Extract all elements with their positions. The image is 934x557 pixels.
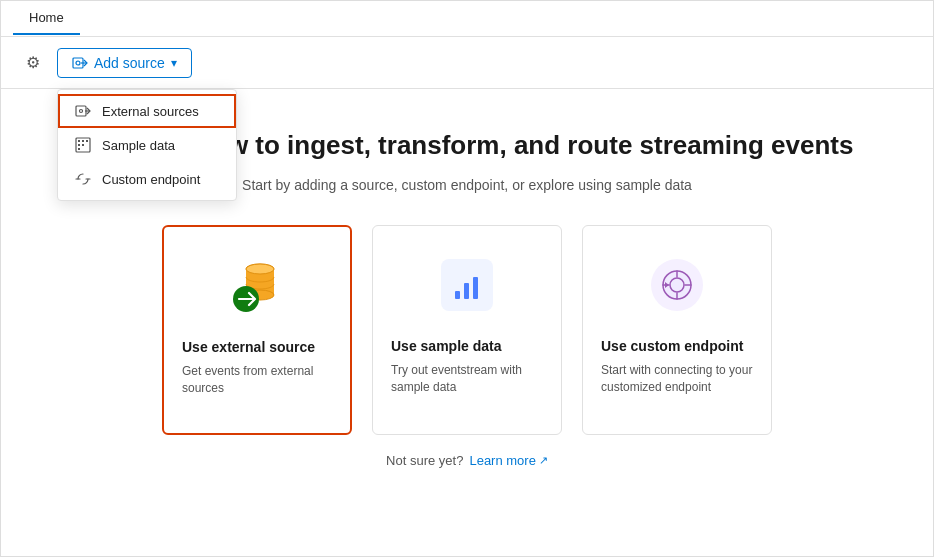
svg-rect-5	[78, 140, 80, 142]
footer-row: Not sure yet? Learn more ↗	[386, 453, 548, 468]
svg-rect-18	[473, 277, 478, 299]
card-sample-data[interactable]: Use sample data Try out eventstream with…	[372, 225, 562, 435]
learn-more-label: Learn more	[469, 453, 535, 468]
sample-data-card-icon	[441, 259, 493, 311]
toolbar: ⚙ Add source ▾	[1, 37, 933, 89]
svg-rect-8	[78, 144, 80, 146]
learn-more-link[interactable]: Learn more ↗	[469, 453, 547, 468]
custom-endpoint-card-icon	[651, 259, 703, 311]
dropdown-menu: External sources Sample data	[57, 89, 237, 201]
card-external-source-icon-area	[182, 251, 332, 321]
learn-more-external-icon: ↗	[539, 454, 548, 467]
dropdown-arrow-icon: ▾	[171, 56, 177, 70]
card-external-source[interactable]: Use external source Get events from exte…	[162, 225, 352, 435]
gear-button[interactable]: ⚙	[17, 47, 49, 79]
sample-data-icon	[74, 136, 92, 154]
svg-point-14	[246, 264, 274, 274]
custom-endpoint-icon	[74, 170, 92, 188]
external-source-card-icon	[222, 253, 292, 318]
card-custom-endpoint[interactable]: Use custom endpoint Start with connectin…	[582, 225, 772, 435]
card-custom-endpoint-icon-area	[601, 250, 753, 320]
custom-endpoint-label: Custom endpoint	[102, 172, 200, 187]
card-sample-data-icon-area	[391, 250, 543, 320]
external-sources-icon	[74, 102, 92, 120]
card-external-source-desc: Get events from external sources	[182, 363, 332, 397]
external-sources-label: External sources	[102, 104, 199, 119]
card-sample-data-title: Use sample data	[391, 338, 502, 354]
svg-rect-16	[455, 291, 460, 299]
add-source-icon	[72, 55, 88, 71]
card-sample-data-desc: Try out eventstream with sample data	[391, 362, 543, 396]
sample-data-label: Sample data	[102, 138, 175, 153]
card-custom-endpoint-desc: Start with connecting to your customized…	[601, 362, 753, 396]
svg-rect-17	[464, 283, 469, 299]
not-sure-text: Not sure yet?	[386, 453, 463, 468]
svg-point-1	[76, 61, 80, 65]
tab-bar: Home	[1, 1, 933, 37]
home-tab[interactable]: Home	[13, 2, 80, 35]
dropdown-item-sample-data[interactable]: Sample data	[58, 128, 236, 162]
card-external-source-title: Use external source	[182, 339, 315, 355]
svg-rect-2	[76, 106, 86, 116]
svg-point-3	[80, 110, 83, 113]
svg-rect-7	[86, 140, 88, 142]
dropdown-item-external-sources[interactable]: External sources	[58, 94, 236, 128]
svg-rect-9	[82, 144, 84, 146]
app-container: Home ⚙ Add source ▾	[0, 0, 934, 557]
dropdown-item-custom-endpoint[interactable]: Custom endpoint	[58, 162, 236, 196]
cards-row: Use external source Get events from exte…	[162, 225, 772, 435]
card-custom-endpoint-title: Use custom endpoint	[601, 338, 743, 354]
svg-rect-6	[82, 140, 84, 142]
svg-rect-10	[78, 148, 80, 150]
page-subtitle: Start by adding a source, custom endpoin…	[242, 177, 692, 193]
add-source-button[interactable]: Add source ▾	[57, 48, 192, 78]
add-source-label: Add source	[94, 55, 165, 71]
